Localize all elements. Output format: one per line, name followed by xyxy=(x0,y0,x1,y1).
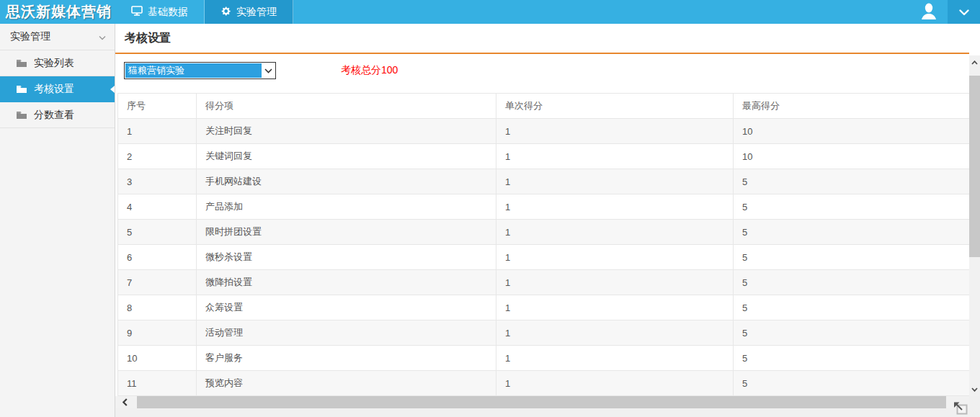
tab-label: 基础数据 xyxy=(148,6,188,19)
col-header-max-score: 最高得分 xyxy=(734,94,970,119)
sidebar-item-assessment-settings[interactable]: 考核设置 xyxy=(0,76,115,102)
bottom-strip xyxy=(115,408,969,417)
score-table: 序号 得分项 单次得分 最高得分 1 关注时回复 1 xyxy=(117,93,970,396)
cell-index: 5 xyxy=(118,220,197,245)
col-header-single-score: 单次得分 xyxy=(496,94,734,119)
cell-max-score: 5 xyxy=(734,245,970,270)
cell-index: 9 xyxy=(118,320,197,346)
cell-item: 众筹设置 xyxy=(197,295,496,320)
vertical-scrollbar-thumb[interactable] xyxy=(969,76,980,257)
cell-item: 活动管理 xyxy=(197,320,496,346)
table-header-row: 序号 得分项 单次得分 最高得分 xyxy=(118,94,970,119)
experiment-select-value: 猫粮营销实验 xyxy=(125,63,262,78)
tab-label: 实验管理 xyxy=(236,6,277,19)
cell-index: 8 xyxy=(118,295,197,320)
tab-basic-data[interactable]: 基础数据 xyxy=(115,0,205,24)
cell-max-score: 5 xyxy=(734,220,970,245)
sidebar: 实验管理 实验列表 考核设置 xyxy=(0,24,115,417)
cell-max-score: 10 xyxy=(734,119,970,144)
app-logo: 思沃新媒体营销 xyxy=(0,0,115,24)
sidebar-group-experiment-management[interactable]: 实验管理 xyxy=(0,24,115,50)
cell-single-score: 1 xyxy=(496,320,734,346)
score-table-wrap: 序号 得分项 单次得分 最高得分 1 关注时回复 1 xyxy=(117,93,969,396)
table-row: 11 预览内容 1 5 xyxy=(118,371,970,396)
main-content: 考核设置 猫粮营销实验 考核总分100 序号 得分项 xyxy=(115,24,980,417)
chevron-down-icon xyxy=(262,63,275,79)
cell-index: 10 xyxy=(118,346,197,371)
sidebar-item-label: 考核设置 xyxy=(34,83,74,96)
cell-item: 限时拼团设置 xyxy=(197,220,496,245)
vertical-scrollbar[interactable] xyxy=(969,55,980,396)
cell-item: 产品添加 xyxy=(197,194,496,220)
cell-max-score: 5 xyxy=(734,371,970,396)
page-header: 考核设置 xyxy=(115,24,969,54)
table-row: 3 手机网站建设 1 5 xyxy=(118,169,970,194)
chevron-down-icon xyxy=(959,6,969,19)
experiment-select[interactable]: 猫粮营销实验 xyxy=(124,62,276,79)
folder-icon xyxy=(16,59,27,68)
folder-icon xyxy=(16,111,27,120)
cell-max-score: 5 xyxy=(734,295,970,320)
sidebar-item-label: 分数查看 xyxy=(34,109,74,122)
horizontal-scrollbar[interactable] xyxy=(115,396,969,408)
table-row: 4 产品添加 1 5 xyxy=(118,194,970,220)
topbar-right xyxy=(910,0,980,24)
cell-single-score: 1 xyxy=(496,220,734,245)
resize-grip-icon[interactable] xyxy=(953,401,969,416)
tab-experiment-management[interactable]: 实验管理 xyxy=(205,0,293,24)
app-window: 思沃新媒体营销 基础数据 实验管理 xyxy=(0,0,980,417)
cell-index: 6 xyxy=(118,245,197,270)
folder-icon xyxy=(16,85,27,94)
scroll-up-arrow-icon[interactable] xyxy=(969,57,980,68)
page-title: 考核设置 xyxy=(125,31,171,46)
cell-item: 微秒杀设置 xyxy=(197,245,496,270)
cell-max-score: 5 xyxy=(734,169,970,194)
table-row: 9 活动管理 1 5 xyxy=(118,320,970,346)
cell-max-score: 5 xyxy=(734,270,970,295)
cell-index: 11 xyxy=(118,371,197,396)
topbar-dropdown-button[interactable] xyxy=(948,0,980,24)
table-row: 10 客户服务 1 5 xyxy=(118,346,970,371)
total-score-label: 考核总分100 xyxy=(341,64,398,77)
scroll-left-arrow-icon[interactable] xyxy=(118,396,131,408)
table-row: 6 微秒杀设置 1 5 xyxy=(118,245,970,270)
col-header-index: 序号 xyxy=(118,94,197,119)
horizontal-scrollbar-thumb[interactable] xyxy=(137,396,946,408)
user-icon xyxy=(921,2,937,22)
scroll-down-arrow-icon[interactable] xyxy=(969,384,980,395)
monitor-icon xyxy=(131,6,143,18)
cell-max-score: 5 xyxy=(734,194,970,220)
chevron-down-icon xyxy=(99,31,106,42)
cell-item: 微降拍设置 xyxy=(197,270,496,295)
cell-single-score: 1 xyxy=(496,295,734,320)
topbar: 思沃新媒体营销 基础数据 实验管理 xyxy=(0,0,980,24)
sidebar-item-label: 实验列表 xyxy=(34,57,74,70)
cell-single-score: 1 xyxy=(496,144,734,169)
col-header-item: 得分项 xyxy=(197,94,496,119)
cell-max-score: 10 xyxy=(734,144,970,169)
table-row: 1 关注时回复 1 10 xyxy=(118,119,970,144)
cell-single-score: 1 xyxy=(496,371,734,396)
cell-single-score: 1 xyxy=(496,169,734,194)
cell-index: 3 xyxy=(118,169,197,194)
cell-index: 1 xyxy=(118,119,197,144)
cell-max-score: 5 xyxy=(734,346,970,371)
cell-item: 预览内容 xyxy=(197,371,496,396)
cell-item: 手机网站建设 xyxy=(197,169,496,194)
cell-max-score: 5 xyxy=(734,320,970,346)
cell-single-score: 1 xyxy=(496,270,734,295)
cell-item: 客户服务 xyxy=(197,346,496,371)
table-row: 2 关键词回复 1 10 xyxy=(118,144,970,169)
sidebar-item-experiment-list[interactable]: 实验列表 xyxy=(0,50,115,76)
table-row: 5 限时拼团设置 1 5 xyxy=(118,220,970,245)
user-menu-button[interactable] xyxy=(910,0,948,24)
cell-item: 关键词回复 xyxy=(197,144,496,169)
cell-single-score: 1 xyxy=(496,346,734,371)
cell-single-score: 1 xyxy=(496,194,734,220)
cell-index: 2 xyxy=(118,144,197,169)
table-row: 8 众筹设置 1 5 xyxy=(118,295,970,320)
cell-single-score: 1 xyxy=(496,119,734,144)
table-row: 7 微降拍设置 1 5 xyxy=(118,270,970,295)
sidebar-item-score-view[interactable]: 分数查看 xyxy=(0,102,115,128)
sidebar-group-title: 实验管理 xyxy=(10,30,50,43)
